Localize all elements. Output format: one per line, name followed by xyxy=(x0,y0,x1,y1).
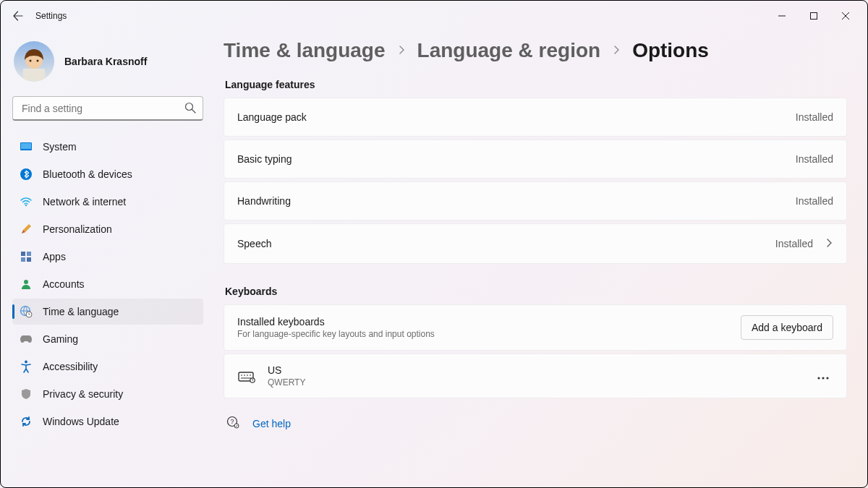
window-title: Settings xyxy=(35,11,67,21)
status-badge: Installed xyxy=(796,195,833,207)
close-button[interactable] xyxy=(830,5,861,27)
breadcrumb: Time & language Language & region Option… xyxy=(224,38,847,63)
titlebar: Settings xyxy=(1,1,867,31)
feature-label: Speech xyxy=(237,238,271,249)
nav-label: Bluetooth & devices xyxy=(43,168,132,180)
breadcrumb-link-language-region[interactable]: Language & region xyxy=(417,38,601,63)
maximize-icon xyxy=(810,12,817,20)
keyboard-name: US xyxy=(268,364,305,376)
nav-label: Privacy & security xyxy=(43,388,123,400)
nav-label: Personalization xyxy=(43,223,112,235)
installed-keyboards-title: Installed keyboards xyxy=(237,316,435,328)
globe-clock-icon xyxy=(20,305,33,318)
svg-point-21 xyxy=(822,377,824,379)
svg-point-9 xyxy=(25,205,27,206)
feature-label: Handwriting xyxy=(237,195,291,207)
svg-point-4 xyxy=(37,60,39,62)
help-icon: ? xyxy=(226,416,239,432)
nav-label: Gaming xyxy=(43,333,78,345)
status-badge: Installed xyxy=(796,111,833,123)
update-icon xyxy=(20,415,33,428)
back-button[interactable] xyxy=(7,4,30,27)
nav-label: System xyxy=(43,141,77,153)
gamepad-icon xyxy=(20,333,33,346)
svg-rect-12 xyxy=(21,257,25,262)
avatar xyxy=(14,41,54,82)
svg-point-20 xyxy=(817,377,820,379)
sidebar-item-privacy[interactable]: Privacy & security xyxy=(12,381,203,407)
sidebar: Barbara Krasnoff System Bluetooth & devi… xyxy=(1,31,215,488)
svg-rect-10 xyxy=(21,252,25,256)
nav-label: Windows Update xyxy=(43,416,119,427)
sidebar-item-accounts[interactable]: Accounts xyxy=(12,271,203,297)
wifi-icon xyxy=(20,195,33,208)
bluetooth-icon xyxy=(20,168,33,181)
svg-rect-1 xyxy=(23,69,45,82)
sidebar-item-system[interactable]: System xyxy=(12,134,203,160)
maximize-button[interactable] xyxy=(798,5,830,27)
window-controls xyxy=(766,5,861,27)
status-badge: Installed xyxy=(775,238,813,249)
feature-row-language-pack[interactable]: Language pack Installed xyxy=(224,98,847,137)
nav-label: Accessibility xyxy=(43,361,98,372)
profile[interactable]: Barbara Krasnoff xyxy=(12,37,203,96)
apps-icon xyxy=(20,250,33,263)
nav-label: Accounts xyxy=(43,278,85,290)
svg-text:?: ? xyxy=(230,418,234,425)
section-title-language-features: Language features xyxy=(225,79,847,90)
more-icon xyxy=(817,377,829,380)
keyboard-more-button[interactable] xyxy=(813,365,833,387)
svg-rect-7 xyxy=(21,143,31,149)
get-help-link[interactable]: Get help xyxy=(252,418,291,429)
close-icon xyxy=(842,12,849,20)
svg-point-17 xyxy=(25,361,27,364)
keyboard-row[interactable]: US QWERTY xyxy=(224,354,847,398)
shield-icon xyxy=(20,388,33,401)
search-input[interactable] xyxy=(12,96,203,121)
nav-label: Network & internet xyxy=(43,196,126,207)
sidebar-item-network[interactable]: Network & internet xyxy=(12,189,203,215)
svg-rect-13 xyxy=(27,257,31,262)
svg-rect-11 xyxy=(27,252,31,256)
system-icon xyxy=(20,140,33,153)
svg-point-22 xyxy=(826,377,828,379)
sidebar-item-apps[interactable]: Apps xyxy=(12,244,203,270)
status-badge: Installed xyxy=(796,153,833,165)
paintbrush-icon xyxy=(20,223,33,236)
search-field xyxy=(12,96,203,121)
nav: System Bluetooth & devices Network & int… xyxy=(12,134,203,435)
feature-row-speech[interactable]: Speech Installed xyxy=(224,223,847,264)
sidebar-item-personalization[interactable]: Personalization xyxy=(12,216,203,242)
feature-row-basic-typing[interactable]: Basic typing Installed xyxy=(224,140,847,179)
chevron-right-icon xyxy=(612,43,621,57)
add-keyboard-button[interactable]: Add a keyboard xyxy=(741,315,833,340)
breadcrumb-current: Options xyxy=(632,38,709,63)
svg-point-3 xyxy=(30,60,32,62)
feature-label: Language pack xyxy=(237,111,307,123)
sidebar-item-update[interactable]: Windows Update xyxy=(12,408,203,435)
sidebar-item-time-language[interactable]: Time & language xyxy=(12,299,203,325)
minimize-icon xyxy=(778,12,786,20)
minimize-button[interactable] xyxy=(766,5,798,27)
chevron-right-icon xyxy=(825,237,833,250)
keyboard-layout: QWERTY xyxy=(268,377,305,388)
nav-label: Time & language xyxy=(43,306,119,317)
person-icon xyxy=(20,278,33,291)
feature-label: Basic typing xyxy=(237,153,292,165)
keyboard-icon xyxy=(237,369,256,383)
breadcrumb-link-time-language[interactable]: Time & language xyxy=(224,38,386,63)
accessibility-icon xyxy=(20,360,33,373)
feature-row-handwriting[interactable]: Handwriting Installed xyxy=(224,181,847,221)
svg-rect-0 xyxy=(811,13,817,20)
svg-point-14 xyxy=(24,280,28,284)
main-content: Time & language Language & region Option… xyxy=(215,31,867,488)
section-title-keyboards: Keyboards xyxy=(225,286,847,297)
sidebar-item-gaming[interactable]: Gaming xyxy=(12,326,203,352)
installed-keyboards-header: Installed keyboards For language-specifi… xyxy=(224,304,847,351)
nav-label: Apps xyxy=(43,251,66,262)
arrow-left-icon xyxy=(12,10,24,22)
sidebar-item-bluetooth[interactable]: Bluetooth & devices xyxy=(12,161,203,187)
sidebar-item-accessibility[interactable]: Accessibility xyxy=(12,354,203,380)
installed-keyboards-subtitle: For language-specific key layouts and in… xyxy=(237,329,435,339)
help-row: ? Get help xyxy=(224,416,847,432)
